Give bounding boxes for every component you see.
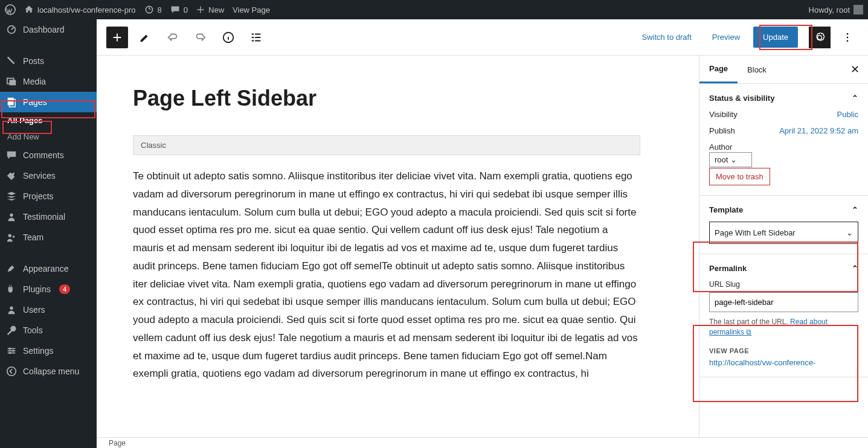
sidebar-item-posts[interactable]: Posts: [0, 51, 97, 71]
sidebar-item-users[interactable]: Users: [0, 299, 97, 320]
outline-button[interactable]: [245, 27, 267, 48]
chevron-down-icon: ⌄: [846, 228, 853, 237]
admin-bar: localhost/vw-conference-pro 8 0 New View…: [0, 0, 868, 19]
sidebar-item-settings[interactable]: Settings: [0, 341, 97, 361]
avatar: [854, 5, 863, 14]
chevron-up-icon: ⌃: [852, 264, 858, 273]
sidebar-item-projects[interactable]: Projects: [0, 186, 97, 206]
tab-block[interactable]: Block: [738, 57, 776, 83]
updates-count: 8: [158, 5, 162, 14]
svg-point-9: [10, 307, 13, 310]
sidebar-subitem-all-pages[interactable]: All Pages: [0, 112, 97, 129]
page-body[interactable]: Te obtinuit ut adepto satis somno. Aliis…: [133, 167, 640, 383]
chevron-up-icon: ⌃: [852, 94, 858, 103]
svg-point-20: [847, 40, 849, 42]
tab-page[interactable]: Page: [699, 56, 738, 83]
redo-button[interactable]: [190, 27, 211, 48]
preview-button[interactable]: Preview: [705, 28, 747, 46]
page-title[interactable]: Page Left Sidebar: [133, 86, 640, 111]
svg-point-18: [847, 33, 849, 34]
svg-point-8: [13, 235, 15, 238]
svg-rect-4: [8, 98, 14, 106]
publish-value[interactable]: April 21, 2022 9:52 am: [779, 126, 858, 135]
sidebar-item-tools[interactable]: Tools: [0, 320, 97, 341]
sidebar-item-pages[interactable]: Pages: [0, 92, 97, 112]
sidebar-collapse[interactable]: Collapse menu: [0, 361, 97, 382]
sidebar-item-testimonial[interactable]: Testimonial: [0, 206, 97, 227]
switch-to-draft-button[interactable]: Switch to draft: [634, 28, 698, 46]
publish-label: Publish: [709, 126, 735, 135]
panel-template-toggle[interactable]: Template⌃: [709, 205, 858, 214]
move-to-trash-button[interactable]: Move to trash: [709, 168, 770, 185]
more-options-button[interactable]: [837, 27, 858, 48]
panel-permalink-toggle[interactable]: Permalink⌃: [709, 264, 858, 273]
chevron-up-icon: ⌃: [852, 205, 858, 214]
sidebar-item-dashboard[interactable]: Dashboard: [0, 19, 97, 40]
edit-mode-button[interactable]: [134, 27, 156, 48]
close-settings-button[interactable]: ✕: [842, 57, 868, 82]
classic-block-label[interactable]: Classic: [133, 135, 640, 155]
svg-point-14: [12, 350, 14, 352]
chevron-down-icon: ⌄: [730, 155, 737, 164]
author-label: Author: [709, 142, 858, 152]
site-name: localhost/vw-conference-pro: [37, 5, 136, 14]
plugins-badge: 4: [59, 284, 70, 294]
comments-count: 0: [184, 5, 188, 14]
sidebar-item-services[interactable]: Services: [0, 165, 97, 186]
url-slug-label: URL Slug: [709, 280, 858, 289]
svg-point-16: [7, 367, 16, 376]
panel-status: Status & visibility⌃ VisibilityPublic Pu…: [699, 84, 868, 196]
panel-template: Template⌃ Page With Left Sidebar⌄: [699, 196, 868, 254]
info-button[interactable]: [217, 27, 239, 48]
sidebar-item-team[interactable]: Team: [0, 227, 97, 248]
visibility-value[interactable]: Public: [837, 110, 858, 119]
svg-point-13: [9, 348, 11, 350]
slug-help: The last part of the URL. Read about per…: [709, 317, 858, 338]
new-label: New: [208, 5, 224, 14]
site-link[interactable]: localhost/vw-conference-pro: [24, 5, 136, 14]
svg-point-19: [847, 36, 849, 38]
wp-logo[interactable]: [5, 4, 16, 15]
svg-point-15: [9, 352, 11, 354]
howdy-link[interactable]: Howdy, root: [809, 5, 863, 14]
editor-area: Switch to draft Preview Update Page Left…: [97, 19, 868, 437]
svg-rect-3: [9, 80, 16, 85]
svg-point-6: [10, 214, 13, 217]
editor-toolbar: Switch to draft Preview Update: [97, 19, 868, 56]
view-page-link[interactable]: View Page: [233, 5, 270, 14]
panel-status-toggle[interactable]: Status & visibility⌃: [709, 94, 858, 103]
add-block-button[interactable]: [106, 27, 128, 48]
panel-permalink: Permalink⌃ URL Slug The last part of the…: [699, 254, 868, 377]
comments-link[interactable]: 0: [170, 5, 188, 14]
undo-button[interactable]: [162, 27, 184, 48]
visibility-label: Visibility: [709, 110, 738, 119]
update-button[interactable]: Update: [753, 27, 798, 48]
template-select[interactable]: Page With Left Sidebar⌄: [709, 222, 858, 244]
footer-breadcrumb: Page: [97, 437, 868, 448]
sidebar-item-appearance[interactable]: Appearance: [0, 258, 97, 279]
sidebar-subitem-add-new[interactable]: Add New: [0, 129, 97, 145]
sidebar-item-media[interactable]: Media: [0, 71, 97, 92]
view-page-url[interactable]: http://localhost/vw-conference-: [709, 358, 858, 367]
editor-canvas[interactable]: Page Left Sidebar Classic Te obtinuit ut…: [97, 56, 699, 437]
url-slug-input[interactable]: [709, 292, 858, 312]
updates-link[interactable]: 8: [144, 5, 162, 14]
sidebar-item-comments[interactable]: Comments: [0, 145, 97, 165]
settings-toggle-button[interactable]: [809, 27, 831, 48]
view-page-subhead: VIEW PAGE: [709, 347, 858, 354]
new-link[interactable]: New: [196, 5, 224, 14]
admin-sidebar: Dashboard Posts Media Pages All Pages Ad…: [0, 19, 97, 448]
settings-sidebar: Page Block ✕ Status & visibility⌃ Visibi…: [699, 56, 868, 437]
svg-point-7: [8, 234, 11, 237]
sidebar-item-plugins[interactable]: Plugins4: [0, 279, 97, 299]
